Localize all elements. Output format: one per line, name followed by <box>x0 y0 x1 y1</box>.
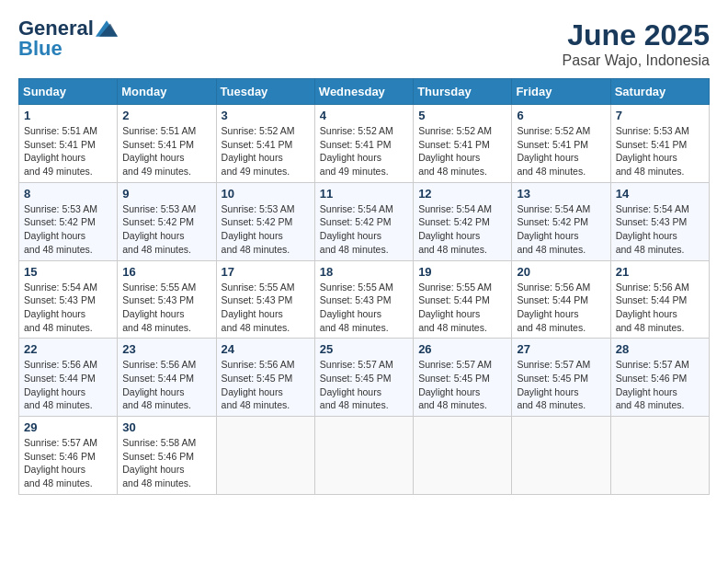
calendar-cell: 3Sunrise: 5:52 AMSunset: 5:41 PMDaylight… <box>216 105 314 183</box>
day-info: Sunrise: 5:56 AMSunset: 5:44 PMDaylight … <box>122 358 210 412</box>
day-info: Sunrise: 5:53 AMSunset: 5:42 PMDaylight … <box>222 202 310 257</box>
daylight-value: and 48 minutes. <box>122 399 191 410</box>
calendar-cell: 25Sunrise: 5:57 AMSunset: 5:45 PMDayligh… <box>314 339 413 417</box>
sunrise-info: Sunrise: 5:53 AM <box>222 203 295 214</box>
calendar-cell: 24Sunrise: 5:56 AMSunset: 5:45 PMDayligh… <box>216 339 314 417</box>
day-info: Sunrise: 5:55 AMSunset: 5:43 PMDaylight … <box>320 281 408 335</box>
day-info: Sunrise: 5:51 AMSunset: 5:41 PMDaylight … <box>122 124 210 178</box>
calendar-cell: 13Sunrise: 5:54 AMSunset: 5:42 PMDayligh… <box>512 182 610 260</box>
daylight-value: and 48 minutes. <box>418 399 487 410</box>
weekday-header-wednesday: Wednesday <box>314 79 413 105</box>
calendar-cell: 17Sunrise: 5:55 AMSunset: 5:43 PMDayligh… <box>216 260 314 339</box>
daylight-label: Daylight hours <box>320 152 381 163</box>
sunrise-info: Sunrise: 5:56 AM <box>122 359 196 370</box>
sunrise-info: Sunrise: 5:53 AM <box>24 203 97 214</box>
sunset-info: Sunset: 5:42 PM <box>320 216 392 227</box>
sunset-info: Sunset: 5:44 PM <box>517 294 588 305</box>
day-info: Sunrise: 5:53 AMSunset: 5:41 PMDaylight … <box>616 124 704 178</box>
daylight-label: Daylight hours <box>122 230 184 241</box>
sunrise-info: Sunrise: 5:58 AM <box>122 437 196 448</box>
sunset-info: Sunset: 5:44 PM <box>418 294 490 305</box>
calendar-cell <box>414 417 512 495</box>
daylight-value: and 48 minutes. <box>418 166 487 177</box>
sunrise-info: Sunrise: 5:55 AM <box>122 282 196 293</box>
day-number: 4 <box>320 109 408 122</box>
sunset-info: Sunset: 5:46 PM <box>24 451 96 462</box>
daylight-label: Daylight hours <box>616 152 677 163</box>
daylight-label: Daylight hours <box>24 386 85 397</box>
sunset-info: Sunset: 5:43 PM <box>616 216 688 227</box>
daylight-value: and 48 minutes. <box>320 244 389 255</box>
day-number: 13 <box>517 187 605 201</box>
day-number: 9 <box>122 187 210 201</box>
day-info: Sunrise: 5:58 AMSunset: 5:46 PMDaylight … <box>122 436 210 490</box>
day-number: 23 <box>122 342 210 356</box>
day-info: Sunrise: 5:51 AMSunset: 5:41 PMDaylight … <box>24 124 112 178</box>
day-info: Sunrise: 5:56 AMSunset: 5:45 PMDaylight … <box>222 358 310 412</box>
sunset-info: Sunset: 5:43 PM <box>320 294 392 305</box>
sunrise-info: Sunrise: 5:55 AM <box>418 282 492 293</box>
day-number: 14 <box>616 187 704 201</box>
sunset-info: Sunset: 5:44 PM <box>24 373 96 384</box>
day-info: Sunrise: 5:55 AMSunset: 5:43 PMDaylight … <box>222 281 310 335</box>
sunrise-info: Sunrise: 5:53 AM <box>616 125 689 136</box>
daylight-label: Daylight hours <box>517 386 578 397</box>
calendar-cell <box>314 417 413 495</box>
daylight-value: and 48 minutes. <box>24 399 93 410</box>
calendar-week-row: 8Sunrise: 5:53 AMSunset: 5:42 PMDaylight… <box>19 182 710 260</box>
daylight-label: Daylight hours <box>222 308 283 319</box>
sunrise-info: Sunrise: 5:52 AM <box>517 125 590 136</box>
daylight-label: Daylight hours <box>24 464 85 475</box>
daylight-value: and 48 minutes. <box>517 399 586 410</box>
sunrise-info: Sunrise: 5:54 AM <box>24 282 97 293</box>
sunrise-info: Sunrise: 5:57 AM <box>616 359 689 370</box>
day-number: 27 <box>517 342 605 356</box>
day-info: Sunrise: 5:53 AMSunset: 5:42 PMDaylight … <box>122 202 210 257</box>
calendar-cell: 26Sunrise: 5:57 AMSunset: 5:45 PMDayligh… <box>414 339 512 417</box>
daylight-value: and 48 minutes. <box>222 244 290 255</box>
day-number: 1 <box>24 109 112 122</box>
sunrise-info: Sunrise: 5:56 AM <box>24 359 97 370</box>
day-info: Sunrise: 5:52 AMSunset: 5:41 PMDaylight … <box>320 124 408 178</box>
logo-general-text: General <box>18 18 94 39</box>
day-number: 2 <box>122 109 210 122</box>
sunrise-info: Sunrise: 5:52 AM <box>320 125 393 136</box>
sunset-info: Sunset: 5:45 PM <box>222 373 293 384</box>
day-info: Sunrise: 5:56 AMSunset: 5:44 PMDaylight … <box>517 281 605 335</box>
day-number: 12 <box>418 187 506 201</box>
sunrise-info: Sunrise: 5:51 AM <box>24 125 97 136</box>
day-number: 6 <box>517 109 605 122</box>
daylight-value: and 48 minutes. <box>418 322 487 333</box>
calendar-cell: 18Sunrise: 5:55 AMSunset: 5:43 PMDayligh… <box>314 260 413 339</box>
daylight-label: Daylight hours <box>320 386 381 397</box>
daylight-label: Daylight hours <box>24 308 85 319</box>
daylight-label: Daylight hours <box>222 230 283 241</box>
daylight-label: Daylight hours <box>616 308 677 319</box>
daylight-value: and 48 minutes. <box>616 166 685 177</box>
day-info: Sunrise: 5:56 AMSunset: 5:44 PMDaylight … <box>616 281 704 335</box>
daylight-value: and 48 minutes. <box>24 244 93 255</box>
daylight-value: and 48 minutes. <box>122 477 191 488</box>
daylight-label: Daylight hours <box>122 152 184 163</box>
calendar-cell: 6Sunrise: 5:52 AMSunset: 5:41 PMDaylight… <box>512 105 610 183</box>
daylight-value: and 48 minutes. <box>517 166 586 177</box>
calendar-cell: 4Sunrise: 5:52 AMSunset: 5:41 PMDaylight… <box>314 105 413 183</box>
calendar-cell: 30Sunrise: 5:58 AMSunset: 5:46 PMDayligh… <box>118 417 216 495</box>
day-info: Sunrise: 5:57 AMSunset: 5:46 PMDaylight … <box>24 436 112 490</box>
sunset-info: Sunset: 5:41 PM <box>418 139 490 150</box>
day-number: 21 <box>616 265 704 279</box>
sunset-info: Sunset: 5:43 PM <box>24 294 96 305</box>
daylight-label: Daylight hours <box>418 230 480 241</box>
daylight-value: and 49 minutes. <box>222 166 290 177</box>
sunset-info: Sunset: 5:45 PM <box>517 373 588 384</box>
day-number: 29 <box>24 420 112 434</box>
sunrise-info: Sunrise: 5:52 AM <box>418 125 492 136</box>
sunset-info: Sunset: 5:42 PM <box>24 216 96 227</box>
sunset-info: Sunset: 5:44 PM <box>122 373 194 384</box>
sunset-info: Sunset: 5:42 PM <box>122 216 194 227</box>
calendar-week-row: 15Sunrise: 5:54 AMSunset: 5:43 PMDayligh… <box>19 260 710 339</box>
day-number: 10 <box>222 187 310 201</box>
daylight-value: and 48 minutes. <box>517 244 586 255</box>
calendar-cell <box>216 417 314 495</box>
sunrise-info: Sunrise: 5:53 AM <box>122 203 196 214</box>
